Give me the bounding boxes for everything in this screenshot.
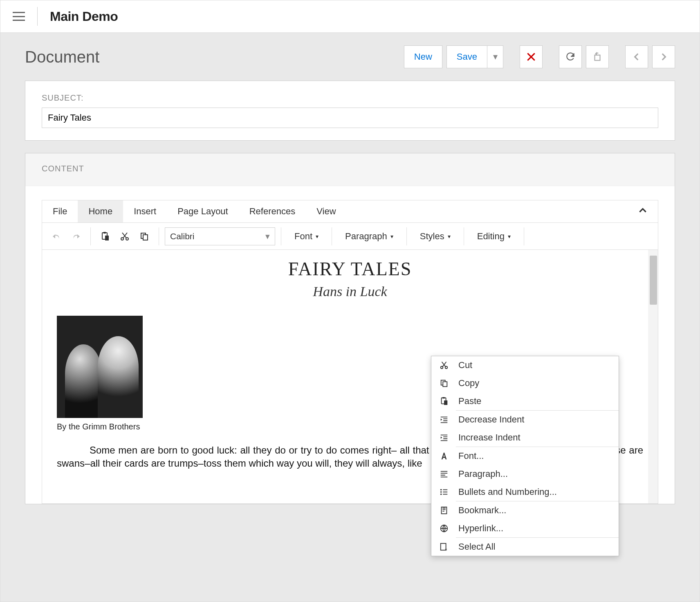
menu-item-cut[interactable]: Cut — [431, 356, 619, 374]
page-title: Document — [25, 48, 99, 66]
divider — [37, 7, 38, 26]
menu-item-copy[interactable]: Copy — [431, 374, 619, 392]
save-dropdown-button[interactable] — [487, 45, 503, 68]
dec-indent-icon — [439, 414, 449, 425]
chevron-down-icon — [316, 233, 319, 240]
copy-icon — [439, 378, 449, 389]
menu-item-label: Increase Indent — [458, 432, 521, 443]
menu-item-font[interactable]: Font... — [431, 447, 619, 465]
revert-button[interactable] — [586, 45, 609, 68]
menu-item-inc-indent[interactable]: Increase Indent — [431, 429, 619, 447]
menu-item-label: Select All — [458, 541, 496, 552]
menu-item-label: Hyperlink... — [458, 523, 503, 534]
menu-item-label: Copy — [458, 378, 479, 389]
prev-button[interactable] — [625, 45, 648, 68]
document-subtitle: Hans in Luck — [57, 284, 643, 299]
svg-rect-13 — [442, 397, 445, 399]
next-button[interactable] — [652, 45, 675, 68]
paste-icon — [439, 396, 449, 407]
save-button[interactable]: Save — [446, 45, 487, 68]
page-header: Document New Save — [25, 45, 675, 68]
svg-rect-7 — [143, 235, 148, 240]
menu-icon[interactable] — [13, 12, 25, 21]
delete-button[interactable] — [520, 45, 543, 68]
subject-card: SUBJECT: — [25, 81, 675, 141]
chevron-down-icon — [448, 233, 451, 240]
menu-item-label: Paste — [458, 396, 481, 407]
tab-page-layout[interactable]: Page Layout — [167, 200, 239, 222]
redo-button[interactable] — [67, 228, 85, 245]
cut-icon — [439, 360, 449, 371]
menu-item-hyperlink[interactable]: Hyperlink... — [431, 519, 619, 537]
menu-item-label: Font... — [458, 451, 484, 461]
content-header: CONTENT — [25, 153, 675, 186]
font-select-value: Calibri — [170, 231, 195, 241]
paste-button[interactable] — [96, 228, 114, 245]
svg-rect-3 — [105, 236, 109, 240]
paragraph-group-dropdown[interactable]: Paragraph — [338, 227, 401, 245]
tab-home[interactable]: Home — [78, 200, 123, 222]
close-icon — [526, 52, 536, 62]
chevron-down-icon — [265, 231, 270, 241]
tab-view[interactable]: View — [306, 200, 346, 222]
menu-item-select-all[interactable]: Select All — [431, 538, 619, 556]
inc-indent-icon — [439, 432, 449, 443]
document-title: FAIRY TALES — [57, 258, 643, 280]
undo-button[interactable] — [48, 228, 65, 245]
styles-group-dropdown[interactable]: Styles — [413, 227, 458, 245]
context-menu: CutCopyPasteDecrease IndentIncrease Inde… — [431, 356, 619, 556]
menu-item-label: Bookmark... — [458, 505, 506, 516]
font-icon — [439, 451, 449, 461]
chevron-down-icon — [508, 233, 511, 240]
app-title: Main Demo — [50, 9, 118, 24]
top-bar: Main Demo — [0, 0, 700, 33]
ribbon-bar: Calibri Font Paragraph Styles Editing — [42, 223, 658, 250]
chevron-down-icon — [390, 233, 393, 240]
new-button[interactable]: New — [404, 45, 442, 68]
content-label: CONTENT — [42, 164, 658, 173]
menu-item-bullets[interactable]: Bullets and Numbering... — [431, 483, 619, 501]
chevron-up-icon — [637, 205, 648, 216]
menu-item-dec-indent[interactable]: Decrease Indent — [431, 411, 619, 429]
paragraph-icon — [439, 469, 449, 479]
refresh-button[interactable] — [559, 45, 582, 68]
toolbar: New Save — [404, 45, 675, 68]
copy-icon — [139, 231, 149, 241]
svg-point-17 — [440, 491, 442, 493]
ribbon-collapse-button[interactable] — [628, 205, 658, 218]
menu-item-label: Paragraph... — [458, 469, 508, 479]
tab-references[interactable]: References — [239, 200, 306, 222]
refresh-icon — [565, 52, 576, 62]
subject-input[interactable] — [42, 108, 658, 128]
select-all-icon — [439, 541, 449, 552]
bookmark-icon — [439, 505, 449, 516]
svg-rect-16 — [443, 490, 447, 490]
menu-item-paragraph[interactable]: Paragraph... — [431, 465, 619, 483]
chevron-left-icon — [631, 52, 642, 62]
menu-item-label: Cut — [458, 360, 472, 371]
svg-rect-11 — [443, 382, 447, 386]
undo-icon — [52, 231, 61, 241]
svg-rect-0 — [595, 55, 600, 61]
editing-group-dropdown[interactable]: Editing — [470, 227, 518, 245]
bullets-icon — [439, 487, 449, 497]
revert-icon — [592, 52, 603, 62]
copy-button[interactable] — [136, 228, 153, 245]
menu-item-bookmark[interactable]: Bookmark... — [431, 501, 619, 519]
svg-rect-14 — [444, 400, 447, 405]
font-group-dropdown[interactable]: Font — [287, 227, 326, 245]
ribbon-tabs: File Home Insert Page Layout References … — [42, 200, 658, 223]
menu-item-label: Bullets and Numbering... — [458, 487, 557, 497]
tab-insert[interactable]: Insert — [123, 200, 167, 222]
tab-file[interactable]: File — [42, 200, 78, 222]
font-select[interactable]: Calibri — [165, 227, 275, 245]
chevron-right-icon — [658, 52, 669, 62]
menu-item-label: Decrease Indent — [458, 414, 524, 425]
save-split-button: Save — [446, 45, 503, 68]
hyperlink-icon — [439, 523, 449, 534]
svg-rect-18 — [443, 492, 447, 492]
svg-rect-2 — [103, 232, 106, 234]
menu-item-paste[interactable]: Paste — [431, 392, 619, 410]
svg-point-15 — [440, 489, 442, 491]
cut-button[interactable] — [116, 228, 133, 245]
